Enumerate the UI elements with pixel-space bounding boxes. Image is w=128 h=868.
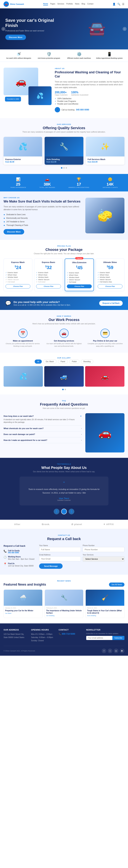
footer-col-newsletter: Newsletter Subscribe to our newsletter f… <box>86 629 124 642</box>
check-2: ✓Flexible and Cost-Effective <box>55 103 124 105</box>
dot-2[interactable] <box>66 167 67 168</box>
news-card-0[interactable]: 🌨️ January 14, 2021 Preparing your Car f… <box>4 589 42 618</box>
stat-customers-value: 200,000+ <box>55 91 68 94</box>
gallery-item-0[interactable]: 💦 <box>4 366 43 386</box>
faq-question-2[interactable]: Does car wash damage car paint? › <box>4 433 82 435</box>
service-price-2: from $15.99 <box>88 161 123 163</box>
social-facebook[interactable]: f <box>102 649 106 653</box>
footer-hours-1: Saturday: 8:00am – 6:00pm <box>31 636 56 639</box>
dot-1[interactable] <box>63 167 65 168</box>
social-youtube[interactable]: ▶ <box>120 649 124 653</box>
filter-btn-brand[interactable]: Branding <box>81 360 93 364</box>
package-btn-2[interactable]: Choose Plan <box>67 284 92 288</box>
news-section: RECENT NEWS Featured News and Insights S… <box>0 575 128 623</box>
services-subtitle: There are many variations of passages of… <box>4 131 124 133</box>
nav-blog[interactable]: Blog <box>82 3 85 5</box>
discover-more-btn[interactable]: Discover More <box>5 35 26 40</box>
package-btn-1[interactable]: Choose Plan <box>36 284 61 288</box>
package-btn-3[interactable]: Choose Plan <box>98 284 123 288</box>
nav-links: Home Pages Services Portfolio News Blog … <box>43 3 93 5</box>
service-card-0[interactable]: 💦 Express Exterior from $5.99 <box>4 137 42 165</box>
stat-bar-icon-1: 🚗 <box>45 177 49 181</box>
gallery-dot-1[interactable] <box>65 389 66 390</box>
faq-subtitle: Here are some of the most common questio… <box>4 407 124 409</box>
faq-question-3[interactable]: How do I make an appointment for a car w… <box>4 439 82 441</box>
name-input[interactable] <box>39 547 81 552</box>
faq-chevron-3: › <box>81 439 82 441</box>
faq-question-0[interactable]: How long does a car wash take? ▼ <box>4 415 82 417</box>
package-btn-0[interactable]: Choose Plan <box>5 284 30 288</box>
avatar-0[interactable]: 👤 <box>54 509 59 515</box>
filter-btn-polish[interactable]: Polish <box>69 360 79 364</box>
stat-bar-lbl-0: YEARS EXPERIENCE <box>10 187 26 188</box>
hero-prev-btn[interactable]: ‹ <box>1 27 5 31</box>
nav-home[interactable]: Home <box>43 3 48 5</box>
nav-services[interactable]: Services <box>57 3 64 5</box>
nav-news[interactable]: News <box>75 3 80 5</box>
gallery-item-1[interactable]: 🚙 <box>44 366 84 386</box>
social-twitter[interactable]: t <box>108 649 112 653</box>
testimonials-tag: TESTIMONIALS <box>4 463 124 465</box>
navbar: 🚗 Shine Carwash Home Pages Services Port… <box>0 0 128 8</box>
package-features-3: ✓Exterior Wash ✓Wheel Clean ✓Window Wash… <box>98 272 123 283</box>
navbar-logo[interactable]: 🚗 Shine Carwash <box>4 1 24 7</box>
dot-0[interactable] <box>61 167 62 168</box>
avatar-1[interactable]: 👤 <box>61 509 67 515</box>
phone-label: Phone Number <box>83 545 124 547</box>
nav-contact[interactable]: Contact <box>87 3 93 5</box>
service-select[interactable]: Select Service <box>83 556 124 562</box>
see-all-news-btn[interactable]: See All News <box>109 583 124 587</box>
menu-icon[interactable]: ☰ <box>122 3 124 5</box>
nav-pages[interactable]: Pages <box>50 3 55 5</box>
callback-banner-title: Do you need help with your vehicle? <box>13 301 99 304</box>
ms-check-1: ●Electronically and Securely <box>4 217 82 219</box>
faq-container: How long does a car wash take? ▼ A stand… <box>4 413 124 453</box>
user-icon[interactable]: 👤 <box>113 3 116 5</box>
callback-banner: 💬 Do you need help with your vehicle? Gi… <box>0 297 128 310</box>
packages-title: Choose your Package <box>4 248 124 252</box>
make-sure-title: We Make Sure that Each Visits Include al… <box>4 199 82 204</box>
news-title-0: Preparing your Car for the Winter <box>5 610 41 612</box>
footer-phone[interactable]: 📞 800-710-5690 <box>59 633 83 635</box>
call-phone[interactable]: 045 800 0090 <box>76 108 89 111</box>
process-step-desc-0: Choose your preferred date and time for … <box>4 343 42 347</box>
founded-badge: Founded in 1996 <box>5 97 21 102</box>
faq-question-1[interactable]: What chemicals do you use for wash care?… <box>4 427 82 429</box>
news-card-1[interactable]: 🔧 February 8, 2021 The importance of Was… <box>45 589 84 618</box>
footer-hours-0: Mon–Fri: 8:00am – 8:00pm <box>31 633 56 636</box>
newsletter-submit-btn[interactable]: Subscribe <box>112 636 124 640</box>
avatar-2[interactable]: 👤 <box>69 509 74 515</box>
filter-btn-ext[interactable]: Ext. Wash <box>43 360 56 364</box>
news-card-2[interactable]: 🧹 March 22, 2021 Tough Stains in Your Ca… <box>86 589 124 618</box>
gallery-dot-0[interactable] <box>62 389 63 390</box>
form-field-phone: Phone Number <box>83 545 124 552</box>
search-icon[interactable]: 🔍 <box>117 3 120 5</box>
service-card-2[interactable]: ✨ Full Services Wash from $15.99 <box>86 137 124 165</box>
social-linkedin[interactable]: in <box>114 649 118 653</box>
filter-btn-all[interactable]: All <box>35 360 42 364</box>
callback-banner-btn[interactable]: Request a Call Back <box>99 301 123 306</box>
phone-input[interactable] <box>83 547 124 552</box>
hero-next-btn[interactable]: › <box>123 27 127 31</box>
gallery-item-2[interactable]: 🚗 <box>85 366 124 386</box>
stat-bar-lbl-3: SATISFIED CLIENTS <box>102 187 118 188</box>
pro-wash-img-secondary: 💦 <box>29 86 51 105</box>
submit-btn[interactable]: Send Message <box>39 563 62 569</box>
info-detail-0[interactable]: 045 800 0090 <box>8 552 20 554</box>
request-callback-tag: CONTACT US <box>4 534 124 536</box>
pro-wash-title: Professional Washing and Cleaning of You… <box>55 70 124 79</box>
stat-customers: 200,000+ Happy Customers <box>55 91 68 96</box>
nav-portfolio[interactable]: Portfolio <box>66 3 73 5</box>
filter-btn-panel[interactable]: Panel <box>58 360 68 364</box>
ms-check-2: ●24/7 Available to Serve <box>4 220 82 223</box>
email-input[interactable] <box>39 556 81 561</box>
make-sure-btn[interactable]: Discover More <box>4 229 24 235</box>
stat-bar-icon-2: 🏆 <box>77 177 81 181</box>
stats-bar: 📊 25 YEARS EXPERIENCE 🚗 38K TOTAL CAR WA… <box>0 174 128 191</box>
service-card-1[interactable]: 🔧 Auto Detailing from $12.99 <box>45 137 83 165</box>
testimonial-card: " Tools to research more effectively, in… <box>19 476 109 505</box>
newsletter-input[interactable] <box>86 636 112 640</box>
stat-bar-icon-3: 😊 <box>108 177 112 181</box>
logo-icon: 🚗 <box>4 1 9 7</box>
process-steps: 📅 Make an appointment Choose your prefer… <box>4 329 124 347</box>
